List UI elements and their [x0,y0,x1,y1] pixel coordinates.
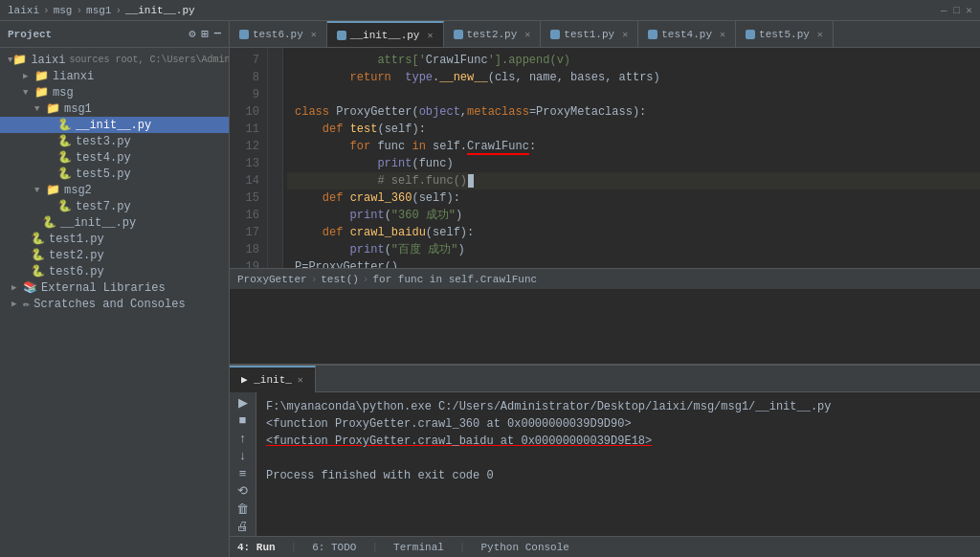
output-line-4 [266,450,970,467]
breadcrumb: laixi › msg › msg1 › __init__.py [8,5,195,16]
sidebar-item-init2[interactable]: 🐍 __init__.py [0,214,229,231]
run-stop-button[interactable]: ■ [232,412,255,429]
sidebar-item-laixi[interactable]: ▼ 📁 laixi sources root, C:\Users\Adminis… [0,52,229,68]
tab-test2[interactable]: test2.py ✕ [444,21,542,48]
folder-icon-msg2: 📁 [46,183,60,197]
status-terminal[interactable]: Terminal [393,542,444,553]
code-line-15: def crawl_360(self): [287,189,980,207]
run-panel: ▶ _init_ ✕ ▶ ■ ↑ ↓ ≡ ⟲ 🗑 🖨 F:\myanaconda… [230,364,980,536]
sidebar-item-test1[interactable]: 🐍 test1.py [0,231,229,247]
output-line-1: F:\myanaconda\python.exe C:/Users/Admini… [266,398,970,415]
editor-breadcrumb: ProxyGetter › test() › for func in self.… [230,268,980,289]
tab-icon-test6 [239,30,249,39]
layout-icon[interactable]: ⊞ [202,27,209,41]
tab-close-test1[interactable]: ✕ [622,29,628,40]
tab-close-init[interactable]: ✕ [427,30,433,41]
tab-test1[interactable]: test1.py ✕ [541,21,638,48]
sidebar-item-msg1[interactable]: ▼ 📁 msg1 [0,100,229,117]
status-todo[interactable]: 6: TODO [312,542,356,553]
python-file-icon-test3: 🐍 [57,134,72,148]
settings-icon[interactable]: ⚙ [189,27,195,41]
sidebar-item-init[interactable]: 🐍 __init__.py [0,117,229,133]
tab-test6[interactable]: test6.py ✕ [230,21,327,48]
sidebar-item-msg2[interactable]: ▼ 📁 msg2 [0,182,229,198]
sidebar-item-extlibs[interactable]: ▶ 📚 External Libraries [0,279,229,296]
sidebar-item-test5[interactable]: 🐍 test5.py [0,166,229,182]
sidebar-item-test7[interactable]: 🐍 test7.py [0,198,229,214]
project-tree: ▼ 📁 laixi sources root, C:\Users\Adminis… [0,48,229,557]
sidebar-label-msg1: msg1 [64,102,92,116]
run-wrap-button[interactable]: ⟲ [232,483,255,500]
sidebar-label-scratches: Scratches and Consoles [33,298,185,311]
project-sidebar: Project ⚙ ⊞ — ▼ 📁 laixi sources root, C:… [0,21,230,557]
run-print-button[interactable]: 🖨 [232,519,255,535]
terminal-label: Terminal [393,542,444,553]
tab-label-test2: test2.py [467,29,518,40]
python-file-icon: 🐍 [57,118,72,132]
sidebar-label-test2: test2.py [49,249,104,262]
code-line-14: # self.func() [287,172,980,189]
tab-icon-test2 [454,30,463,39]
line-numbers: 7 8 9 10 11 12 13 14 15 16 17 18 19 20 [230,48,268,268]
todo-label: 6: TODO [312,542,356,553]
code-line-16: print("360 成功") [287,207,980,224]
sidebar-item-scratches[interactable]: ▶ ✏️ Scratches and Consoles [0,296,229,312]
code-line-9 [287,86,980,103]
sidebar-item-test4[interactable]: 🐍 test4.py [0,149,229,166]
sidebar-label-test1: test1.py [49,233,104,246]
sidebar-label-test5: test5.py [76,167,131,181]
tab-init[interactable]: __init__.py ✕ [327,21,444,48]
run-clear-button[interactable]: 🗑 [232,501,255,517]
folder-icon-msg1: 📁 [46,101,60,116]
tab-close-test6[interactable]: ✕ [311,29,317,40]
expand-arrow-lianxi: ▶ [23,71,34,81]
folder-icon-msg: 📁 [34,85,49,100]
run-tab-init[interactable]: ▶ _init_ ✕ [230,366,316,392]
code-content[interactable]: attrs['CrawlFunc'].append(v) return type… [268,48,980,268]
run-scroll-down-button[interactable]: ↓ [232,448,255,464]
folder-icon-lianxi: 📁 [34,69,49,83]
run-scroll-up-button[interactable]: ↑ [232,430,255,446]
sidebar-item-test6[interactable]: 🐍 test6.py [0,263,229,279]
tab-label-test5: test5.py [759,29,810,40]
code-line-12: for func in self.CrawlFunc: [287,138,980,155]
status-run[interactable]: 4: Run [237,542,276,553]
breadcrumb-test: test() [321,274,359,285]
python-file-icon-test6: 🐍 [31,264,45,278]
minimize-icon[interactable]: — [214,27,221,41]
sidebar-item-test2[interactable]: 🐍 test2.py [0,247,229,263]
run-restart-button[interactable]: ▶ [232,394,255,411]
sidebar-label-laixi: laixi [31,54,65,67]
run-panel-header: ▶ _init_ ✕ [230,366,980,392]
code-line-18: print("百度 成功") [287,241,980,258]
tab-close-test4[interactable]: ✕ [720,29,725,40]
code-line-8: return type.__new__(cls, name, bases, at… [287,69,980,86]
tab-icon-test1 [550,30,560,39]
python-console-label: Python Console [480,542,568,553]
sidebar-item-msg[interactable]: ▼ 📁 msg [0,84,229,100]
tab-test5[interactable]: test5.py ✕ [736,21,834,48]
tab-bar: test6.py ✕ __init__.py ✕ test2.py ✕ test… [230,21,980,48]
tab-close-test2[interactable]: ✕ [524,29,530,40]
status-python-console[interactable]: Python Console [480,542,568,553]
sidebar-item-lianxi[interactable]: ▶ 📁 lianxi [0,68,229,84]
extlibs-icon: 📚 [23,280,37,295]
code-line-17: def crawl_baidu(self): [287,224,980,241]
python-file-icon-test1: 🐍 [31,232,45,246]
run-tab-close[interactable]: ✕ [298,374,303,386]
expand-arrow-msg: ▼ [23,88,34,98]
folder-icon: 📁 [12,53,27,67]
sidebar-label-init: __init__.py [76,119,151,132]
run-format-button[interactable]: ≡ [232,465,255,481]
breadcrumb-laixi: laixi [8,5,39,16]
run-controls: ▶ ■ ↑ ↓ ≡ ⟲ 🗑 🖨 [230,392,256,536]
tab-test4[interactable]: test4.py ✕ [638,21,736,48]
sidebar-header: Project ⚙ ⊞ — [0,21,229,48]
sidebar-item-test3[interactable]: 🐍 test3.py [0,133,229,149]
tab-close-test5[interactable]: ✕ [817,29,823,40]
sidebar-label-init2: __init__.py [60,216,136,230]
run-panel-body: ▶ ■ ↑ ↓ ≡ ⟲ 🗑 🖨 F:\myanaconda\python.exe… [230,392,980,536]
sidebar-label-test3: test3.py [76,135,131,148]
sidebar-label-msg2: msg2 [64,184,92,197]
code-line-7: attrs['CrawlFunc'].append(v) [287,52,980,69]
